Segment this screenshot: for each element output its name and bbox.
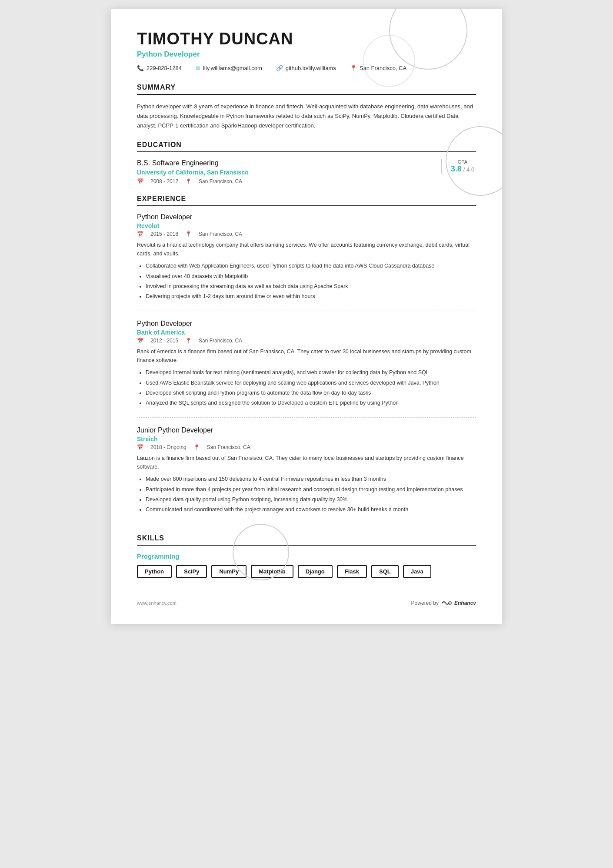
footer-section: www.enhancv.com Powered by Enhancv: [137, 595, 476, 607]
calendar-icon-revolut: 📅: [137, 231, 143, 237]
bullet-item: Developed internal tools for text mining…: [146, 368, 476, 377]
job-meta-boa: 📅 2012 - 2015 📍 San Francisco, CA: [137, 338, 476, 344]
bullet-item: Visualised over 40 datasets with Matplot…: [146, 272, 476, 281]
job-desc-streich: Lauzon is a finance firm based out of Sa…: [137, 454, 476, 471]
job-location-streich: San Francisco, CA: [207, 444, 250, 450]
skill-django: Django: [298, 565, 333, 578]
education-meta: 📅 2008 - 2012 📍 San Francisco, CA: [137, 178, 441, 184]
job-streich: Junior Python Developer Streich 📅 2018 -…: [137, 426, 476, 524]
bullet-item: Participated in more than 4 projects per…: [146, 485, 476, 494]
location-icon: 📍: [350, 65, 357, 71]
github-url: github.io/lily.williams: [286, 65, 336, 71]
job-bullets-streich: Made over 800 insertions and 150 deletio…: [137, 475, 476, 514]
bullet-item: Involved in processing the streaming dat…: [146, 282, 476, 291]
brand-name: Enhancv: [454, 600, 476, 606]
summary-text: Python developer with 8 years of experie…: [137, 102, 476, 131]
edu-years: 2008 - 2012: [150, 178, 178, 184]
email-item: ✉ lily.williams@gmail.com: [196, 65, 262, 71]
education-left: B.S. Software Engineering University of …: [137, 159, 441, 184]
skills-tags-container: Python SciPy NumPy Matplotlib Django Fla…: [137, 565, 476, 578]
skills-category: Programming: [137, 553, 476, 560]
gpa-value: 3.8: [451, 164, 462, 173]
contact-info: 📞 229-828-1284 ✉ lily.williams@gmail.com…: [137, 65, 476, 71]
job-bullets-boa: Developed internal tools for text mining…: [137, 368, 476, 408]
degree-title: B.S. Software Engineering: [137, 159, 441, 167]
education-right: GPA 3.8 / 4.0: [441, 159, 476, 174]
school-name: University of California, San Fransisco: [137, 169, 441, 176]
powered-by-text: Powered by: [411, 600, 439, 606]
experience-heading: EXPERIENCE: [137, 195, 476, 206]
skill-scipy: SciPy: [176, 565, 207, 578]
bullet-item: Analyzed the SQL scripts and designed th…: [146, 399, 476, 408]
bullet-item: Developed data quality portal using Pyth…: [146, 495, 476, 504]
calendar-icon: 📅: [137, 178, 143, 184]
skill-numpy: NumPy: [211, 565, 247, 578]
job-meta-revolut: 📅 2015 - 2018 📍 San Francisco, CA: [137, 231, 476, 237]
skills-section: SKILLS Programming Python SciPy NumPy Ma…: [137, 534, 476, 578]
job-desc-revolut: Revolut is a financial technology compan…: [137, 241, 476, 258]
calendar-icon-streich: 📅: [137, 444, 143, 450]
job-meta-streich: 📅 2018 - Ongoing 📍 San Francisco, CA: [137, 444, 476, 450]
bullet-item: Made over 800 insertions and 150 deletio…: [146, 475, 476, 484]
job-location-revolut: San Francisco, CA: [199, 231, 242, 237]
bullet-item: Used AWS Elastic Beanstalk service for d…: [146, 379, 476, 388]
skills-heading: SKILLS: [137, 534, 476, 546]
location-icon-revolut: 📍: [185, 231, 192, 237]
phone-item: 📞 229-828-1284: [137, 65, 182, 71]
job-desc-boa: Bank of America is a finance firm based …: [137, 347, 476, 365]
summary-heading: SUMMARY: [137, 84, 476, 95]
enhancv-logo-icon: [441, 600, 452, 607]
job-bank-of-america: Python Developer Bank of America 📅 2012 …: [137, 320, 476, 418]
job-years-streich: 2018 - Ongoing: [150, 444, 187, 450]
location-text: San Francisco, CA: [360, 65, 406, 71]
experience-section: EXPERIENCE Python Developer Revolut 📅 20…: [137, 195, 476, 524]
location-icon-boa: 📍: [185, 338, 192, 344]
job-years-boa: 2012 - 2015: [150, 338, 178, 344]
github-item: 🔗 github.io/lily.williams: [276, 65, 336, 71]
job-years-revolut: 2015 - 2018: [150, 231, 178, 237]
edu-location: San Francisco, CA: [199, 178, 242, 184]
job-title-streich: Junior Python Developer: [137, 426, 476, 434]
job-revolut: Python Developer Revolut 📅 2015 - 2018 📍…: [137, 213, 476, 311]
bullet-item: Communicated and coordinated with the pr…: [146, 505, 476, 514]
skill-sql: SQL: [371, 565, 399, 578]
job-location-boa: San Francisco, CA: [199, 338, 242, 344]
header-section: TIMOTHY DUNCAN Python Developer 📞 229-82…: [137, 30, 476, 71]
education-section: EDUCATION B.S. Software Engineering Univ…: [137, 141, 476, 184]
location-item: 📍 San Francisco, CA: [350, 65, 406, 71]
skill-python: Python: [137, 565, 172, 578]
summary-section: SUMMARY Python developer with 8 years of…: [137, 84, 476, 131]
candidate-name: TIMOTHY DUNCAN: [137, 30, 476, 48]
calendar-icon-boa: 📅: [137, 338, 143, 344]
email-address: lily.williams@gmail.com: [203, 65, 262, 71]
phone-icon: 📞: [137, 65, 144, 71]
skill-java: Java: [403, 565, 431, 578]
location-icon-streich: 📍: [193, 444, 200, 450]
gpa-label: GPA: [449, 159, 476, 164]
job-title-revolut: Python Developer: [137, 213, 476, 221]
bullet-item: Developed shell scripting and Python pro…: [146, 389, 476, 398]
skill-matplotlib: Matplotlib: [251, 565, 293, 578]
gpa-max: / 4.0: [463, 166, 474, 173]
email-icon: ✉: [196, 65, 200, 71]
candidate-title: Python Developer: [137, 50, 476, 59]
phone-number: 229-828-1284: [147, 65, 182, 71]
bullet-item: Collaborated with Web Application Engine…: [146, 261, 476, 271]
job-title-boa: Python Developer: [137, 320, 476, 328]
company-revolut: Revolut: [137, 222, 476, 229]
edu-location-icon: 📍: [185, 178, 192, 184]
footer-brand: Powered by Enhancv: [411, 600, 476, 607]
company-streich: Streich: [137, 436, 476, 442]
education-block: B.S. Software Engineering University of …: [137, 159, 476, 184]
gpa-display: 3.8 / 4.0: [449, 164, 476, 174]
job-bullets-revolut: Collaborated with Web Application Engine…: [137, 261, 476, 301]
resume-page: TIMOTHY DUNCAN Python Developer 📞 229-82…: [111, 9, 502, 624]
education-heading: EDUCATION: [137, 141, 476, 152]
footer-website: www.enhancv.com: [137, 600, 177, 606]
bullet-item: Delivering projects with 1-2 days turn a…: [146, 292, 476, 301]
company-boa: Bank of America: [137, 329, 476, 336]
github-icon: 🔗: [276, 65, 283, 71]
skill-flask: Flask: [337, 565, 367, 578]
